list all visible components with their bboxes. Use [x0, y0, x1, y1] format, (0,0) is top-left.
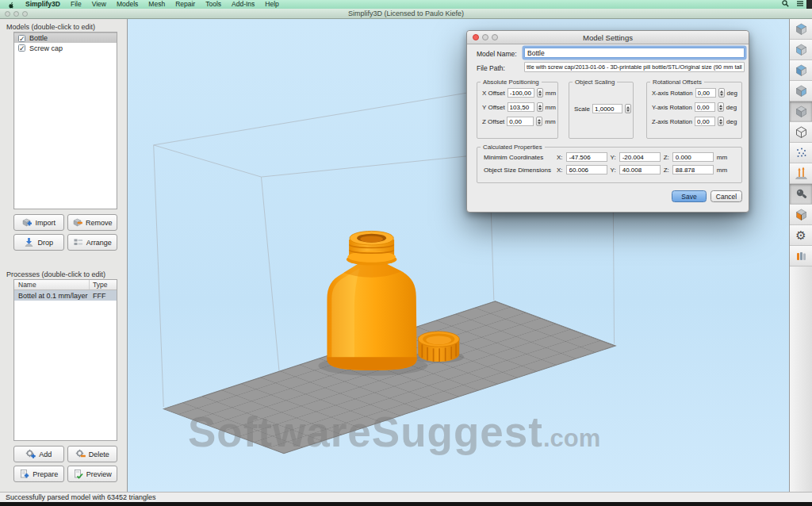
- z-offset-stepper[interactable]: [536, 117, 542, 126]
- processes-list[interactable]: Name Type Bottel at 0.1 mm/layer FFF: [13, 279, 117, 441]
- wireframe-cube-icon: [795, 125, 808, 139]
- prepare-button[interactable]: Prepare: [13, 466, 64, 482]
- view-top-button[interactable]: [790, 19, 812, 40]
- z-offset-input[interactable]: [507, 117, 534, 126]
- z-rotation-input[interactable]: [695, 117, 715, 126]
- scale-input[interactable]: [592, 104, 622, 113]
- cube-front-view-icon: [795, 43, 808, 56]
- y-rotation-input[interactable]: [695, 102, 715, 112]
- y-rotation-stepper[interactable]: [718, 102, 724, 112]
- delete-process-button[interactable]: Delete: [67, 446, 118, 462]
- checkbox-checked-icon[interactable]: [18, 35, 25, 42]
- scale-label: Scale: [574, 105, 590, 113]
- menu-bar-corner: [806, 0, 812, 9]
- file-path-label: File Path:: [477, 64, 505, 72]
- cube-side-view-icon: [795, 84, 808, 98]
- menu-item-view[interactable]: View: [92, 0, 106, 9]
- support-structures-button[interactable]: [790, 163, 812, 184]
- x-offset-stepper[interactable]: [537, 88, 543, 98]
- x-offset-label: X Offset: [482, 90, 505, 97]
- z-rotation-unit: deg: [726, 118, 737, 125]
- axis-x-label: X:: [557, 154, 563, 161]
- prepare-page-icon: [19, 469, 29, 479]
- size-unit: mm: [717, 167, 727, 174]
- zoom-window-icon[interactable]: [22, 11, 28, 17]
- y-offset-stepper[interactable]: [537, 102, 543, 112]
- menu-item-models[interactable]: Models: [117, 0, 138, 9]
- import-button[interactable]: Import: [13, 214, 64, 231]
- menu-item-mesh[interactable]: Mesh: [148, 0, 165, 9]
- dialog-title-bar[interactable]: Model Settings: [467, 31, 749, 44]
- z-rotation-stepper[interactable]: [718, 117, 724, 126]
- y-rotation-unit: deg: [726, 104, 737, 111]
- screw-cap-model[interactable]: [418, 332, 459, 362]
- x-rotation-input[interactable]: [695, 88, 716, 98]
- minimize-window-icon[interactable]: [13, 11, 19, 17]
- add-process-button[interactable]: Add: [13, 446, 64, 462]
- menu-item-addins[interactable]: Add-Ins: [232, 0, 255, 9]
- column-header-type[interactable]: Type: [90, 280, 117, 289]
- processes-table-header: Name Type: [14, 280, 117, 290]
- dialog-minimize-icon[interactable]: [482, 34, 488, 40]
- menu-item-simplify3d[interactable]: Simplify3D: [25, 0, 60, 9]
- scale-stepper[interactable]: [625, 104, 631, 113]
- prepare-button-label: Prepare: [33, 470, 58, 478]
- dialog-close-icon[interactable]: [473, 34, 479, 40]
- arrange-button[interactable]: Arrange: [67, 234, 118, 251]
- model-list-item-bottle[interactable]: Bottle: [14, 33, 117, 43]
- cross-section-icon: [795, 208, 808, 221]
- process-row[interactable]: Bottel at 0.1 mm/layer FFF: [14, 290, 117, 301]
- menu-item-tools[interactable]: Tools: [205, 0, 221, 9]
- models-panel-title: Models (double-click to edit): [6, 23, 95, 31]
- point-cloud-button[interactable]: [790, 143, 812, 163]
- view-solid-button[interactable]: [790, 102, 812, 122]
- import-cube-icon: [21, 217, 32, 228]
- object-scaling-group: Object Scaling Scale: [569, 79, 634, 139]
- apple-menu-icon[interactable]: [8, 1, 15, 9]
- rotational-offsets-group: Rotational Offsets X-axis Rotation deg Y…: [646, 79, 742, 139]
- process-type: FFF: [90, 292, 117, 300]
- remove-button[interactable]: Remove: [67, 214, 118, 231]
- status-bar: Successfully parsed model with 63452 tri…: [0, 492, 812, 502]
- y-offset-input[interactable]: [508, 102, 534, 112]
- cube-solid-view-icon: [795, 105, 808, 118]
- menu-item-file[interactable]: File: [71, 0, 82, 9]
- axis-y-label: Y:: [611, 154, 616, 161]
- view-wireframe-button[interactable]: [790, 122, 812, 143]
- cross-section-button[interactable]: [790, 205, 812, 225]
- preview-button[interactable]: Preview: [67, 466, 118, 482]
- add-button-label: Add: [39, 450, 52, 458]
- save-button[interactable]: Save: [672, 190, 707, 202]
- y-rotation-label: Y-axis Rotation: [652, 104, 692, 111]
- lighting-button[interactable]: [790, 184, 812, 205]
- machine-control-icon: [795, 249, 808, 263]
- menu-bar: Simplify3D File View Models Mesh Repair …: [0, 0, 812, 9]
- bottle-model[interactable]: [327, 231, 416, 370]
- column-header-name[interactable]: Name: [14, 280, 90, 289]
- view-side-button[interactable]: [790, 81, 812, 102]
- x-offset-input[interactable]: [508, 88, 534, 98]
- notification-center-icon[interactable]: [796, 0, 804, 9]
- drop-button[interactable]: Drop: [13, 234, 64, 251]
- arrange-button-label: Arrange: [86, 239, 112, 247]
- arrange-icon: [73, 237, 83, 247]
- checkbox-checked-icon[interactable]: [18, 44, 25, 52]
- process-name: Bottel at 0.1 mm/layer: [14, 292, 90, 300]
- model-list-item-screw-cap[interactable]: Screw cap: [14, 43, 117, 53]
- menu-item-help[interactable]: Help: [265, 0, 278, 9]
- model-name-input[interactable]: [524, 48, 745, 58]
- menu-item-repair[interactable]: Repair: [175, 0, 195, 9]
- machine-control-button[interactable]: [790, 246, 812, 266]
- close-window-icon[interactable]: [5, 11, 10, 17]
- view-iso-button[interactable]: [790, 60, 812, 81]
- dialog-zoom-icon[interactable]: [492, 34, 498, 40]
- window-controls[interactable]: [5, 11, 28, 17]
- z-offset-unit: mm: [545, 118, 555, 125]
- models-list[interactable]: Bottle Screw cap: [13, 32, 117, 209]
- x-rotation-stepper[interactable]: [718, 88, 725, 98]
- settings-button[interactable]: ⚙: [790, 225, 812, 246]
- window-title-bar: Simplify3D (Licensed to Paulo Kiefe): [0, 9, 812, 19]
- view-front-button[interactable]: [790, 40, 812, 60]
- cancel-button[interactable]: Cancel: [710, 190, 742, 202]
- spotlight-search-icon[interactable]: [782, 0, 789, 9]
